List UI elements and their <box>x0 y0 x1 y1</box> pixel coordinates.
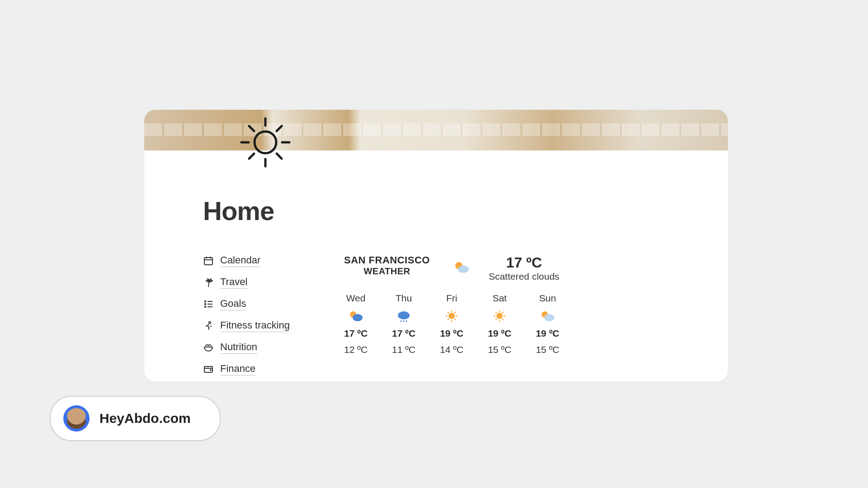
svg-point-30 <box>496 313 503 319</box>
dashboard-card: Home Calendar Travel Goals <box>144 110 728 381</box>
svg-point-6 <box>205 306 206 307</box>
list-icon <box>203 299 214 310</box>
svg-point-5 <box>205 304 206 305</box>
svg-line-48 <box>277 126 282 131</box>
svg-line-27 <box>454 319 456 320</box>
svg-line-47 <box>277 154 282 159</box>
svg-line-38 <box>495 319 497 320</box>
svg-point-21 <box>448 313 455 319</box>
svg-point-4 <box>205 301 206 302</box>
forecast-row: Wed 17 ºC 12 ºC Thu 17 ºC 11 ºC Fri 19 º… <box>344 293 559 355</box>
weather-now-desc: Scattered clouds <box>489 271 559 282</box>
sunny-icon <box>491 309 508 323</box>
svg-point-14 <box>458 266 469 273</box>
forecast-day: Sat 19 ºC 15 ºC <box>488 293 511 355</box>
weather-subtitle: WEATHER <box>344 266 430 277</box>
nav-label: Fitness tracking <box>220 319 290 332</box>
calendar-icon <box>203 255 214 266</box>
weather-city: SAN FRANCISCO <box>344 254 430 266</box>
nav-item-goals[interactable]: Goals <box>203 298 290 310</box>
forecast-day: Fri 19 ºC 14 ºC <box>440 293 463 355</box>
forecast-day: Wed 17 ºC 12 ºC <box>344 293 368 355</box>
forecast-low: 15 ºC <box>536 344 559 355</box>
svg-rect-0 <box>204 258 212 265</box>
forecast-low: 12 ºC <box>344 344 368 355</box>
nav-label: Travel <box>220 276 247 289</box>
forecast-day-name: Sun <box>539 293 556 304</box>
svg-point-16 <box>353 314 363 321</box>
svg-point-17 <box>398 311 410 319</box>
cover-image <box>144 110 728 150</box>
nav-label: Goals <box>220 298 246 310</box>
bowl-icon <box>203 342 214 353</box>
forecast-day-name: Sat <box>492 293 507 304</box>
weather-location: SAN FRANCISCO WEATHER <box>344 254 430 277</box>
nav-item-calendar[interactable]: Calendar <box>203 254 290 267</box>
partly-cloudy-icon <box>348 309 364 323</box>
svg-line-49 <box>249 154 254 159</box>
nav-label: Nutrition <box>220 341 257 354</box>
attribution-pill[interactable]: HeyAbdo.com <box>50 396 221 441</box>
weather-now: 17 ºC Scattered clouds <box>453 254 559 282</box>
svg-line-36 <box>502 319 504 320</box>
svg-point-12 <box>210 370 211 371</box>
forecast-low: 11 ºC <box>392 344 415 355</box>
svg-point-41 <box>255 131 276 153</box>
nav-label: Finance <box>220 363 255 375</box>
nav-list: Calendar Travel Goals Fitness tracking <box>203 254 290 375</box>
forecast-high: 19 ºC <box>536 328 559 339</box>
forecast-day: Sun 19 ºC 15 ºC <box>536 293 559 355</box>
sun-icon <box>239 116 292 169</box>
svg-line-46 <box>249 126 254 131</box>
partly-cloudy-icon <box>453 259 471 277</box>
svg-line-29 <box>448 319 449 320</box>
sunny-icon <box>443 309 460 323</box>
avatar <box>63 405 90 432</box>
svg-line-35 <box>495 312 497 313</box>
palm-icon <box>203 277 214 288</box>
forecast-day-name: Wed <box>346 293 366 304</box>
forecast-low: 15 ºC <box>488 344 511 355</box>
nav-item-finance[interactable]: Finance <box>203 363 290 375</box>
forecast-high: 17 ºC <box>344 328 368 339</box>
svg-point-40 <box>544 314 554 321</box>
weather-now-temp: 17 ºC <box>489 254 559 271</box>
forecast-day: Thu 17 ºC 11 ºC <box>392 293 415 355</box>
svg-line-37 <box>502 312 504 313</box>
svg-line-26 <box>448 312 449 313</box>
nav-item-travel[interactable]: Travel <box>203 276 290 289</box>
nav-item-nutrition[interactable]: Nutrition <box>203 341 290 354</box>
weather-widget: SAN FRANCISCO WEATHER 17 ºC Scattered cl… <box>344 254 559 375</box>
fitness-icon <box>203 320 214 331</box>
nav-item-fitness[interactable]: Fitness tracking <box>203 319 290 332</box>
wallet-icon <box>203 364 214 375</box>
svg-point-10 <box>209 322 211 324</box>
forecast-day-name: Fri <box>446 293 458 304</box>
forecast-day-name: Thu <box>396 293 412 304</box>
forecast-high: 19 ºC <box>440 328 463 339</box>
svg-line-28 <box>454 312 456 313</box>
rain-cloud-icon <box>396 309 412 323</box>
partly-cloudy-icon <box>539 309 556 323</box>
forecast-high: 19 ºC <box>488 328 511 339</box>
attribution-name: HeyAbdo.com <box>99 411 191 426</box>
forecast-low: 14 ºC <box>440 344 463 355</box>
forecast-high: 17 ºC <box>392 328 415 339</box>
page-title: Home <box>203 196 274 226</box>
nav-label: Calendar <box>220 254 260 267</box>
